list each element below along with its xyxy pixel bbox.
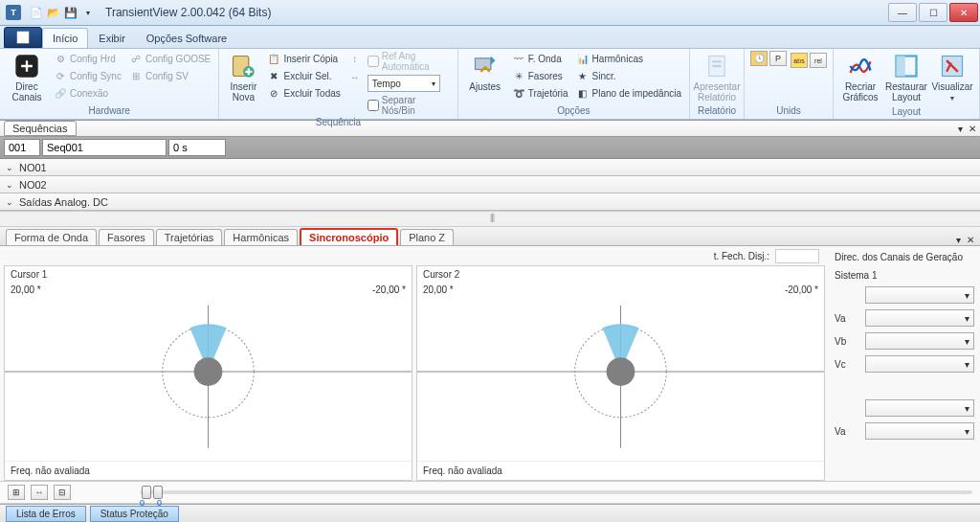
- restaurar-layout-button[interactable]: Restaurar Layout: [885, 51, 927, 104]
- expand-row-no01[interactable]: ⌄NO01: [0, 159, 980, 176]
- group-label-sequencia: Sequência: [225, 116, 451, 128]
- va-label: Va: [835, 313, 861, 324]
- cursor2-panel: Cursor 2 20,00 * -20,00 * Freq. não aval…: [416, 265, 825, 481]
- tab-status-protecao[interactable]: Status Proteção: [90, 506, 179, 522]
- va2-select[interactable]: ▾: [865, 422, 974, 440]
- panel-close-icon[interactable]: ✕: [969, 124, 976, 134]
- slider-val-0b: 0: [157, 498, 162, 508]
- expand-row-saidas[interactable]: ⌄Saídas Analog. DC: [0, 193, 980, 211]
- unid-abs-icon[interactable]: abs: [791, 53, 808, 68]
- new-file-icon[interactable]: 📄: [29, 5, 44, 20]
- cursor2-freq: Freq. não avaliada: [417, 461, 824, 480]
- ajustes-button[interactable]: Ajustes: [464, 51, 506, 94]
- group-label-relatorio: Relatório: [696, 104, 738, 117]
- vc-select[interactable]: ▾: [865, 355, 974, 373]
- tab-plano-z[interactable]: Plano Z: [400, 229, 454, 245]
- tab-exibir[interactable]: Exibir: [88, 28, 136, 48]
- group-label-hardware: Hardware: [6, 104, 212, 117]
- slider-step-back-icon[interactable]: ⊞: [8, 485, 25, 500]
- maximize-button[interactable]: ☐: [919, 3, 947, 22]
- excluir-sel-button[interactable]: ✖Excluir Sel.: [265, 68, 342, 83]
- ribbon-tab-strip: Início Exibir Opções Software: [0, 26, 980, 49]
- apresentar-relatorio-button[interactable]: Apresentar Relatório: [696, 51, 738, 104]
- app-icon: T: [6, 5, 21, 20]
- seq-index-input[interactable]: [4, 139, 40, 156]
- tab-trajetorias[interactable]: Trajetórias: [156, 229, 223, 245]
- tab-opcoes-software[interactable]: Opções Software: [136, 28, 237, 48]
- sistema1-label: Sistema 1: [835, 270, 974, 281]
- slider-link-icon[interactable]: ↔: [31, 485, 48, 500]
- svg-rect-4: [475, 58, 490, 70]
- inserir-nova-button[interactable]: Inserir Nova: [225, 51, 261, 104]
- tab-harmonicas[interactable]: Harmônicas: [224, 229, 298, 245]
- view-dropdown-icon[interactable]: ▾: [956, 235, 961, 245]
- config-sv-button[interactable]: ⊞Config SV: [127, 68, 212, 83]
- bottom-tab-strip: Lista de Erros Status Proteção: [0, 504, 980, 522]
- extra1-select[interactable]: ▾: [865, 399, 974, 417]
- plano-impedancia-button[interactable]: ◧Plano de impedância: [574, 85, 683, 101]
- t-fech-disj-input[interactable]: [775, 249, 819, 263]
- slider-step-fwd-icon[interactable]: ⊟: [54, 485, 71, 500]
- panel-dropdown-icon[interactable]: ▾: [958, 124, 963, 134]
- chevron-down-icon: ⌄: [6, 163, 13, 172]
- synchronoscope1-icon: [5, 283, 412, 461]
- sequencias-panel-header: Sequências ▾ ✕: [0, 120, 980, 137]
- seq-time-input[interactable]: [168, 139, 226, 156]
- conexao-button[interactable]: 🔗Conexão: [52, 85, 123, 101]
- svg-rect-9: [897, 57, 905, 77]
- open-file-icon[interactable]: 📂: [46, 5, 61, 20]
- group-label-unids: Unids: [750, 104, 827, 117]
- unid-rel-icon[interactable]: rel: [810, 53, 827, 68]
- fasores-button[interactable]: ✳Fasores: [510, 68, 570, 83]
- title-bar: T 📄 📂 💾 ▾ TransientView 2.00.042 (64 Bit…: [0, 0, 980, 26]
- cursor1-title: Cursor 1: [5, 266, 412, 283]
- ref-ang-checkbox[interactable]: Ref Ang Automática: [368, 51, 452, 72]
- slider-val-0a: 0: [140, 498, 145, 508]
- horizontal-scrollbar[interactable]: [0, 211, 980, 227]
- unid-clock-icon[interactable]: 🕓: [750, 51, 768, 66]
- tab-forma-onda[interactable]: Forma de Onda: [6, 229, 97, 245]
- sincr-button[interactable]: ★Sincr.: [574, 68, 683, 83]
- sistema1-select[interactable]: ▾: [865, 286, 974, 304]
- va-select[interactable]: ▾: [865, 309, 974, 327]
- recriar-graficos-button[interactable]: Recriar Gráficos: [839, 51, 881, 104]
- minimize-button[interactable]: —: [888, 3, 917, 22]
- reorder-icon[interactable]: ↕: [346, 51, 364, 66]
- unid-p-icon[interactable]: P: [769, 51, 787, 66]
- visualizar-button[interactable]: Visualizar ▾: [931, 51, 973, 105]
- view-close-icon[interactable]: ✕: [967, 235, 974, 245]
- file-menu-button[interactable]: [4, 27, 42, 48]
- seq-name-input[interactable]: [42, 139, 167, 156]
- tab-fasores[interactable]: Fasores: [99, 229, 154, 245]
- ribbon: Direc Canais ⚙Config Hrd ⟳Config Sync 🔗C…: [0, 49, 980, 120]
- quick-access-toolbar: 📄 📂 💾 ▾: [25, 5, 100, 20]
- separar-checkbox[interactable]: Separar Nós/Bin: [368, 95, 452, 116]
- inserir-copia-button[interactable]: 📋Inserir Cópia: [265, 51, 342, 66]
- direc-canais-button[interactable]: Direc Canais: [6, 51, 48, 104]
- config-goose-button[interactable]: ☍Config GOOSE: [127, 51, 212, 66]
- qat-dropdown-icon[interactable]: ▾: [80, 5, 96, 20]
- save-icon[interactable]: 💾: [63, 5, 78, 20]
- harmonicas-button[interactable]: 📊Harmônicas: [574, 51, 683, 66]
- sequencias-tab[interactable]: Sequências: [4, 121, 77, 136]
- slider-thumb-2[interactable]: [153, 486, 163, 499]
- svg-point-18: [607, 357, 635, 386]
- trajetoria-button[interactable]: ➰Trajetória: [510, 85, 570, 101]
- tab-lista-erros[interactable]: Lista de Erros: [6, 506, 86, 522]
- chevron-down-icon: ⌄: [6, 180, 13, 190]
- expand-row-no02[interactable]: ⌄NO02: [0, 176, 980, 193]
- excluir-todas-button[interactable]: ⊘Excluir Todas: [265, 85, 342, 101]
- sequencias-toolbar: [0, 137, 980, 159]
- config-hrd-button[interactable]: ⚙Config Hrd: [52, 51, 123, 66]
- slider-thumb-1[interactable]: [142, 486, 151, 499]
- tab-inicio[interactable]: Início: [42, 28, 88, 48]
- vb-select[interactable]: ▾: [865, 332, 974, 350]
- f-onda-button[interactable]: 〰F. Onda: [510, 51, 570, 66]
- config-sync-button[interactable]: ⟳Config Sync: [52, 68, 123, 83]
- close-button[interactable]: ✕: [949, 3, 978, 22]
- tab-sincronoscopio[interactable]: Sincronoscópio: [300, 228, 398, 245]
- window-title: TransientView 2.00.042 (64 Bits): [105, 6, 271, 19]
- reorder2-icon[interactable]: ↔: [346, 69, 364, 84]
- time-slider[interactable]: 0 0: [140, 490, 972, 494]
- tempo-combo[interactable]: Tempo▾: [368, 75, 440, 92]
